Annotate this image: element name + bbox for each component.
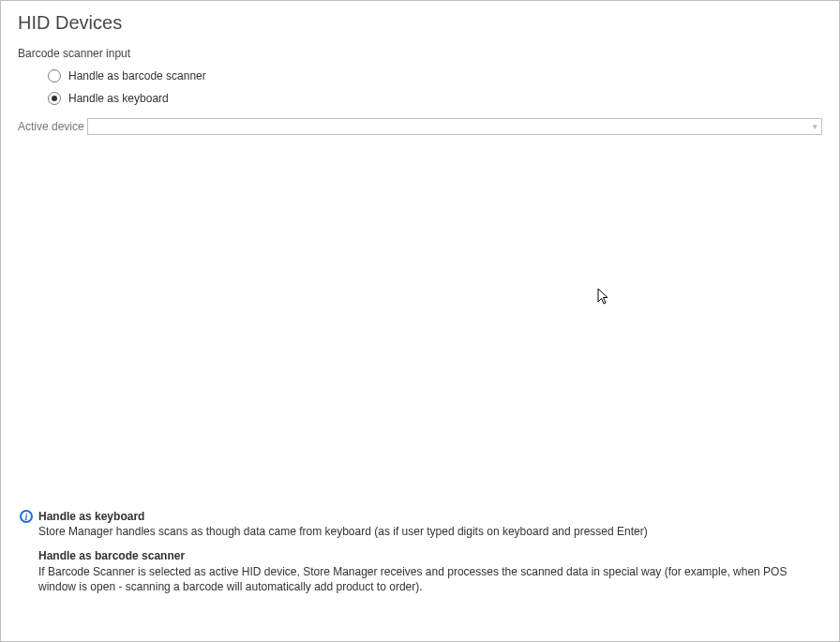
radio-handle-as-barcode-scanner[interactable]: Handle as barcode scanner [48,66,822,86]
radio-icon [48,69,61,82]
radio-icon [48,92,61,105]
active-device-dropdown[interactable]: ▾ [87,118,822,135]
info-icon: i [20,510,33,523]
hid-devices-panel: HID Devices Barcode scanner input Handle… [0,0,840,642]
page-title: HID Devices [18,12,822,34]
radio-handle-as-keyboard[interactable]: Handle as keyboard [48,88,822,109]
mouse-cursor-icon [597,288,610,306]
active-device-label: Active device [18,120,87,133]
info-body-1: Store Manager handles scans as though da… [38,525,648,538]
barcode-radio-group: Handle as barcode scanner Handle as keyb… [48,66,822,109]
info-block: i Handle as keyboard Store Manager handl… [20,509,820,594]
radio-label: Handle as barcode scanner [68,69,206,82]
info-text: Handle as keyboard Store Manager handles… [38,509,820,594]
info-heading-1: Handle as keyboard [38,510,144,523]
info-heading-2: Handle as barcode scanner [38,549,185,562]
chevron-down-icon: ▾ [813,123,818,131]
barcode-section-label: Barcode scanner input [18,47,822,60]
active-device-row: Active device ▾ [18,118,822,135]
radio-label: Handle as keyboard [68,92,169,105]
info-body-2: If Barcode Scanner is selected as active… [38,565,787,593]
